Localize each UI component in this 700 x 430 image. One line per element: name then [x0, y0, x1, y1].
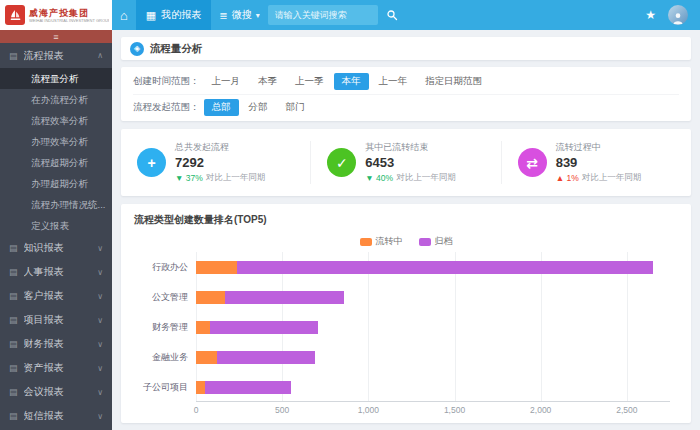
- search-input[interactable]: [268, 5, 378, 25]
- trend-note: 对比上一年同期: [206, 172, 266, 184]
- sidebar-sections: ▤知识报表∨▤人事报表∨▤客户报表∨▤项目报表∨▤财务报表∨▤资产报表∨▤会议报…: [0, 236, 112, 428]
- stat-value: 839: [556, 155, 642, 170]
- filter-option[interactable]: 部门: [278, 99, 313, 116]
- nav-tab-label: 我的报表: [161, 8, 201, 22]
- stats-panel: + 总共发起流程 7292 ▼ 37% 对比上一年同期 ✓ 其中已流转结束 64…: [121, 129, 691, 196]
- sidebar-subitems: 流程量分析在办流程分析流程效率分析办理效率分析流程超期分析办理超期分析流程办理情…: [0, 68, 112, 236]
- chart-bar-row: 子公司项目: [134, 374, 678, 400]
- sidebar-subitem[interactable]: 流程效率分析: [0, 110, 112, 131]
- filter-option[interactable]: 上一月: [204, 73, 249, 90]
- legend-label: 归档: [435, 235, 453, 248]
- stat-label: 其中已流转结束: [365, 141, 455, 154]
- chevron-down-icon: ∨: [97, 388, 103, 397]
- filter-option[interactable]: 上一季: [287, 73, 332, 90]
- sidebar-section[interactable]: ▤客户报表∨: [0, 284, 112, 308]
- search-type-dropdown[interactable]: ≣ 微搜 ▾: [211, 0, 267, 30]
- sync-icon: ⇄: [518, 148, 547, 177]
- chart-bar-row: 财务管理: [134, 314, 678, 340]
- chevron-down-icon: ∨: [97, 364, 103, 373]
- sidebar-section[interactable]: ▤资产报表∨: [0, 356, 112, 380]
- stat-trend: ▼ 40% 对比上一年同期: [365, 172, 455, 184]
- trend-indicator: ▼ 37%: [175, 173, 203, 183]
- chevron-down-icon: ∨: [97, 316, 103, 325]
- chart-bar-row: 行政办公: [134, 254, 678, 280]
- bar-segment: [196, 291, 225, 304]
- chevron-up-icon: ∧: [97, 51, 103, 60]
- filter-option[interactable]: 本季: [250, 73, 285, 90]
- filter-option[interactable]: 上一年: [371, 73, 416, 90]
- filter-option[interactable]: 指定日期范围: [417, 73, 490, 90]
- avatar[interactable]: [668, 5, 688, 25]
- section-label: 流程报表: [24, 49, 92, 63]
- sidebar-subitem[interactable]: 办理效率分析: [0, 131, 112, 152]
- bar-segment: [196, 321, 210, 334]
- stat-block: + 总共发起流程 7292 ▼ 37% 对比上一年同期: [121, 141, 310, 184]
- check-icon: ✓: [327, 148, 356, 177]
- sidebar-section[interactable]: ▤财务报表∨: [0, 332, 112, 356]
- sidebar-section[interactable]: ▤知识报表∨: [0, 236, 112, 260]
- sidebar-subitem[interactable]: 在办流程分析: [0, 89, 112, 110]
- sidebar-collapse-button[interactable]: ≡: [0, 30, 112, 43]
- stat-value: 6453: [365, 155, 455, 170]
- sidebar-subitem[interactable]: 流程办理情况统...: [0, 194, 112, 215]
- search-button[interactable]: [378, 0, 406, 30]
- bar-category-label: 公文管理: [134, 291, 196, 304]
- chart-title: 流程类型创建数量排名(TOP5): [134, 213, 678, 227]
- section-label: 财务报表: [24, 337, 92, 351]
- favorite-star-icon[interactable]: ★: [645, 8, 656, 22]
- section-label: 项目报表: [24, 313, 92, 327]
- stat-label: 流转过程中: [556, 141, 642, 154]
- bar-segment: [196, 261, 237, 274]
- chart-bar-row: 公文管理: [134, 284, 678, 310]
- filter-option[interactable]: 本年: [334, 73, 369, 90]
- report-icon: ▤: [9, 315, 18, 325]
- filter-option[interactable]: 总部: [204, 99, 239, 116]
- legend-item[interactable]: 归档: [419, 235, 453, 248]
- chevron-down-icon: ∨: [97, 268, 103, 277]
- section-label: 知识报表: [24, 241, 92, 255]
- section-label: 资产报表: [24, 361, 92, 375]
- legend-swatch: [419, 238, 431, 246]
- top-header: 威海产投集团 WEIHAI INDUSTRIAL INVESTMENT GROU…: [0, 0, 700, 30]
- company-logo[interactable]: 威海产投集团 WEIHAI INDUSTRIAL INVESTMENT GROU…: [0, 0, 112, 30]
- nav-tab-my-reports[interactable]: ▦ 我的报表: [136, 0, 211, 30]
- legend-item[interactable]: 流转中: [360, 235, 403, 248]
- sidebar-subitem[interactable]: 办理超期分析: [0, 173, 112, 194]
- home-icon: ⌂: [120, 8, 128, 23]
- trend-note: 对比上一年同期: [396, 172, 456, 184]
- logo-subtitle: WEIHAI INDUSTRIAL INVESTMENT GROUP CO.,L…: [29, 18, 109, 23]
- sidebar-subitem[interactable]: 流程超期分析: [0, 152, 112, 173]
- user-silhouette-icon: [671, 11, 685, 25]
- sidebar-section[interactable]: ▤短信报表∨: [0, 404, 112, 428]
- report-icon: ▤: [9, 291, 18, 301]
- stat-info: 总共发起流程 7292 ▼ 37% 对比上一年同期: [175, 141, 265, 184]
- section-label: 短信报表: [24, 409, 92, 423]
- sidebar-section[interactable]: ▤项目报表∨: [0, 308, 112, 332]
- sidebar-subitem[interactable]: 流程量分析: [0, 68, 112, 89]
- stat-block: ⇄ 流转过程中 839 ▲ 1% 对比上一年同期: [501, 141, 691, 184]
- stat-value: 7292: [175, 155, 265, 170]
- report-icon: ▤: [9, 243, 18, 253]
- page-header: ◈ 流程量分析: [121, 37, 691, 60]
- bar-segment: [210, 321, 319, 334]
- stat-trend: ▲ 1% 对比上一年同期: [556, 172, 642, 184]
- sidebar-section[interactable]: ▤会议报表∨: [0, 380, 112, 404]
- home-button[interactable]: ⌂: [112, 0, 136, 30]
- filter-panel: 创建时间范围： 上一月本季上一季本年上一年指定日期范围 流程发起范围： 总部分部…: [121, 67, 691, 121]
- sidebar-subitem[interactable]: 定义报表: [0, 215, 112, 236]
- chevron-down-icon: ∨: [97, 340, 103, 349]
- x-tick-label: 2,000: [530, 405, 551, 415]
- chart-panel: 流程类型创建数量排名(TOP5) 流转中归档 行政办公公文管理财务管理金融业务子…: [121, 204, 691, 423]
- bar-track: [196, 291, 670, 304]
- sidebar-section-process-reports[interactable]: ▤ 流程报表 ∧: [0, 43, 112, 68]
- stat-info: 流转过程中 839 ▲ 1% 对比上一年同期: [556, 141, 642, 184]
- trend-note: 对比上一年同期: [582, 172, 642, 184]
- report-icon: ▤: [9, 267, 18, 277]
- filter-option[interactable]: 分部: [241, 99, 276, 116]
- chart-bar-row: 金融业务: [134, 344, 678, 370]
- plus-icon: +: [137, 148, 166, 177]
- stat-label: 总共发起流程: [175, 141, 265, 154]
- sidebar-section[interactable]: ▤人事报表∨: [0, 260, 112, 284]
- filter-label: 创建时间范围：: [133, 75, 200, 88]
- bar-track: [196, 261, 670, 274]
